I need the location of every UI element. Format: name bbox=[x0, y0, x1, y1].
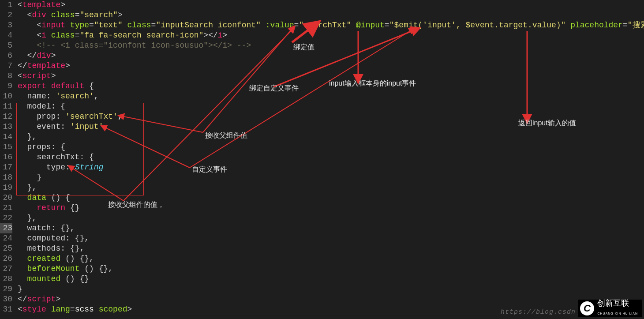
line-number: 16 bbox=[0, 152, 12, 162]
code-line[interactable]: mounted () {} bbox=[18, 274, 644, 284]
line-number: 23 bbox=[0, 223, 12, 233]
line-number: 5 bbox=[0, 41, 12, 51]
line-number: 8 bbox=[0, 71, 12, 81]
line-number: 19 bbox=[0, 183, 12, 193]
line-number: 9 bbox=[0, 81, 12, 91]
logo-brand-sub: CHUANG XIN HU LIAN bbox=[597, 308, 638, 319]
code-line[interactable]: props: { bbox=[18, 142, 644, 152]
code-line[interactable]: watch: {}, bbox=[18, 223, 644, 233]
line-number: 24 bbox=[0, 233, 12, 244]
line-number: 1 bbox=[0, 0, 12, 10]
code-line[interactable]: } bbox=[18, 284, 644, 294]
line-number: 18 bbox=[0, 173, 12, 183]
code-line[interactable]: <i class="fa fa-search search-icon"></i> bbox=[18, 30, 644, 41]
annotation-bind-custom-event: 绑定自定义事件 bbox=[249, 83, 299, 93]
annotation-return-input-value: 返回input输入的值 bbox=[518, 118, 576, 128]
code-line[interactable]: }, bbox=[18, 183, 644, 193]
annotation-custom-event: 自定义事件 bbox=[192, 164, 227, 174]
logo-letter: C bbox=[580, 301, 594, 315]
watermark-logo: C 创新互联 CHUANG XIN HU LIAN bbox=[578, 300, 642, 317]
line-number: 15 bbox=[0, 142, 12, 152]
code-line[interactable]: methods: {}, bbox=[18, 244, 644, 254]
line-number: 10 bbox=[0, 91, 12, 101]
code-area[interactable]: <template> <div class="search"> <input t… bbox=[15, 0, 644, 319]
line-number: 30 bbox=[0, 294, 12, 304]
code-line[interactable]: <template> bbox=[18, 0, 644, 10]
code-editor[interactable]: 1234567891011121314151617181920212223242… bbox=[0, 0, 644, 319]
line-number: 14 bbox=[0, 132, 12, 142]
line-number: 4 bbox=[0, 30, 12, 41]
line-number: 28 bbox=[0, 274, 12, 284]
line-number: 6 bbox=[0, 51, 12, 61]
code-line[interactable]: </template> bbox=[18, 61, 644, 71]
line-number: 31 bbox=[0, 304, 12, 315]
annotation-receive-parent-value2: 接收父组件的值， bbox=[108, 199, 165, 210]
line-number: 22 bbox=[0, 213, 12, 223]
line-number: 20 bbox=[0, 193, 12, 203]
line-number: 17 bbox=[0, 162, 12, 173]
code-line[interactable]: </div> bbox=[18, 51, 644, 61]
code-line[interactable]: }, bbox=[18, 213, 644, 223]
code-line[interactable]: } bbox=[18, 173, 644, 183]
code-line[interactable]: <input type="text" class="inputSearch ic… bbox=[18, 20, 644, 30]
code-line[interactable]: type: String bbox=[18, 162, 644, 173]
code-line[interactable]: computed: {}, bbox=[18, 233, 644, 244]
line-number: 27 bbox=[0, 264, 12, 274]
line-number: 25 bbox=[0, 244, 12, 254]
line-number: 11 bbox=[0, 101, 12, 112]
code-line[interactable]: <div class="search"> bbox=[18, 10, 644, 20]
code-line[interactable]: }, bbox=[18, 132, 644, 142]
line-number: 29 bbox=[0, 284, 12, 294]
code-line[interactable]: beforeMount () {}, bbox=[18, 264, 644, 274]
code-line[interactable]: </script> bbox=[18, 294, 644, 304]
code-line[interactable]: name: 'search', bbox=[18, 91, 644, 101]
code-line[interactable]: <!-- <i class="iconfont icon-sousuo"></i… bbox=[18, 41, 644, 51]
watermark-url: https://blog.csdn bbox=[501, 307, 576, 317]
logo-brand: 创新互联 bbox=[597, 299, 629, 308]
line-number: 3 bbox=[0, 20, 12, 30]
annotation-receive-parent-value: 接收父组件值 bbox=[205, 130, 247, 140]
line-number: 2 bbox=[0, 10, 12, 20]
code-line[interactable]: searchTxt: { bbox=[18, 152, 644, 162]
line-number: 26 bbox=[0, 254, 12, 264]
line-number: 13 bbox=[0, 122, 12, 132]
line-number: 21 bbox=[0, 203, 12, 213]
line-number: 12 bbox=[0, 112, 12, 122]
code-line[interactable]: model: { bbox=[18, 101, 644, 112]
annotation-input-event: input输入框本身的input事件 bbox=[329, 78, 416, 88]
annotation-bind-value: 绑定值 bbox=[293, 42, 315, 52]
line-number-gutter: 1234567891011121314151617181920212223242… bbox=[0, 0, 15, 319]
code-line[interactable]: created () {}, bbox=[18, 254, 644, 264]
line-number: 7 bbox=[0, 61, 12, 71]
